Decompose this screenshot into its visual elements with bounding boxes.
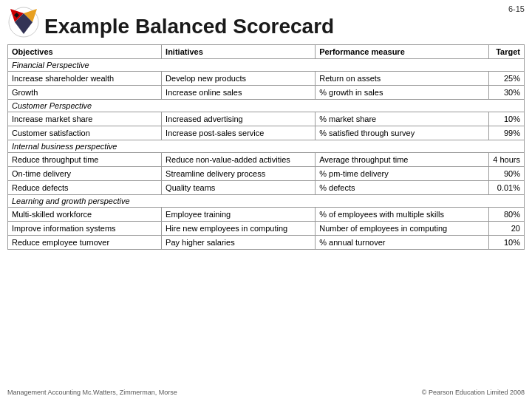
table-row: Reduce employee turnoverPay higher salar… (8, 236, 525, 250)
col-header-objectives: Objectives (8, 45, 162, 59)
objective-cell: Improve information systems (8, 222, 162, 236)
objective-cell: Multi-skilled workforce (8, 208, 162, 222)
performance-cell: Number of employees in computing (316, 222, 489, 236)
objective-cell: Customer satisfaction (8, 126, 162, 140)
performance-cell: % growth in sales (316, 86, 489, 100)
section-label: Financial Perspective (8, 59, 525, 72)
objective-cell: Increase market share (8, 112, 162, 126)
main-content: Objectives Initiatives Performance measu… (7, 44, 525, 250)
section-label: Internal business perspective (8, 140, 525, 153)
table-row: Customer satisfactionIncrease post-sales… (8, 126, 525, 140)
initiative-cell: Develop new products (162, 72, 316, 86)
section-header-row: Financial Perspective (8, 59, 525, 72)
performance-cell: % defects (316, 181, 489, 195)
table-row: Reduce defectsQuality teams% defects0.01… (8, 181, 525, 195)
table-row: GrowthIncrease online sales% growth in s… (8, 86, 525, 100)
target-cell: 4 hours (488, 153, 524, 167)
section-header-row: Learning and growth perspective (8, 195, 525, 208)
initiative-cell: Hire new employees in computing (162, 222, 316, 236)
objective-cell: Reduce defects (8, 181, 162, 195)
footer-right: © Pearson Education Limited 2008 (422, 389, 525, 396)
target-cell: 99% (488, 126, 524, 140)
performance-cell: % pm-time delivery (316, 167, 489, 181)
target-cell: 0.01% (488, 181, 524, 195)
target-cell: 90% (488, 167, 524, 181)
table-row: Reduce throughput timeReduce non-value-a… (8, 153, 525, 167)
initiative-cell: Increase post-sales service (162, 126, 316, 140)
target-cell: 25% (488, 72, 524, 86)
target-cell: 10% (488, 236, 524, 250)
table-row: On-time deliveryStreamline delivery proc… (8, 167, 525, 181)
scorecard-table: Objectives Initiatives Performance measu… (7, 44, 525, 250)
footer: Management Accounting Mc.Watters, Zimmer… (7, 389, 525, 396)
performance-cell: Return on assets (316, 72, 489, 86)
col-header-initiatives: Initiatives (162, 45, 316, 59)
initiative-cell: Quality teams (162, 181, 316, 195)
performance-cell: % of employees with multiple skills (316, 208, 489, 222)
initiative-cell: Increased advertising (162, 112, 316, 126)
performance-cell: % market share (316, 112, 489, 126)
initiative-cell: Employee training (162, 208, 316, 222)
section-header-row: Customer Perspective (8, 100, 525, 112)
section-header-row: Internal business perspective (8, 140, 525, 153)
objective-cell: Increase shareholder wealth (8, 72, 162, 86)
target-cell: 10% (488, 112, 524, 126)
target-cell: 80% (488, 208, 524, 222)
page-title: Example Balanced Scorecard (44, 7, 532, 38)
section-label: Customer Perspective (8, 100, 525, 112)
footer-left: Management Accounting Mc.Watters, Zimmer… (7, 389, 177, 396)
initiative-cell: Streamline delivery process (162, 167, 316, 181)
table-row: Multi-skilled workforceEmployee training… (8, 208, 525, 222)
col-header-performance: Performance measure (316, 45, 489, 59)
performance-cell: % annual turnover (316, 236, 489, 250)
col-header-target: Target (488, 45, 524, 59)
objective-cell: On-time delivery (8, 167, 162, 181)
initiative-cell: Pay higher salaries (162, 236, 316, 250)
table-row: Improve information systemsHire new empl… (8, 222, 525, 236)
initiative-cell: Increase online sales (162, 86, 316, 100)
table-row: Increase market shareIncreased advertisi… (8, 112, 525, 126)
performance-cell: Average throughput time (316, 153, 489, 167)
target-cell: 20 (488, 222, 524, 236)
table-row: Increase shareholder wealthDevelop new p… (8, 72, 525, 86)
page-number: 6-15 (508, 4, 525, 13)
objective-cell: Reduce employee turnover (8, 236, 162, 250)
logo (7, 6, 40, 38)
section-label: Learning and growth perspective (8, 195, 525, 208)
objective-cell: Reduce throughput time (8, 153, 162, 167)
target-cell: 30% (488, 86, 524, 100)
performance-cell: % satisfied through survey (316, 126, 489, 140)
objective-cell: Growth (8, 86, 162, 100)
initiative-cell: Reduce non-value-added activities (162, 153, 316, 167)
